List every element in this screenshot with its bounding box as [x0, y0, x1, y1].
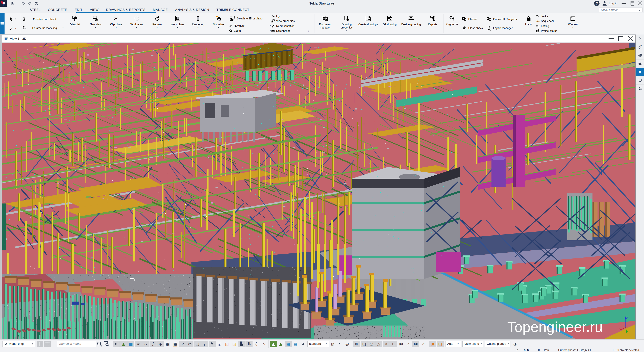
- visibility-toggle-icon[interactable]: ◑: [512, 341, 518, 347]
- snap-line-switch[interactable]: ʌ: [405, 341, 412, 347]
- select-parts-switch[interactable]: ▲: [120, 341, 127, 347]
- search-model-button[interactable]: [96, 341, 103, 347]
- select-lines-switch[interactable]: /: [150, 341, 156, 347]
- snap-free-switch[interactable]: ↗: [420, 341, 427, 347]
- model-viewport[interactable]: [2, 42, 636, 339]
- snap-profile-dropdown[interactable]: standard▼: [308, 341, 329, 347]
- view-list-button[interactable]: View list: [65, 13, 86, 34]
- view-maximize-button[interactable]: [616, 35, 626, 42]
- select-surfaces-switch[interactable]: ■: [127, 341, 134, 347]
- select-component-objects-switch[interactable]: ◱: [223, 341, 230, 347]
- trimble-connect-panel-button[interactable]: [636, 51, 644, 59]
- cloud-panel-button[interactable]: [636, 59, 644, 68]
- view-properties-button[interactable]: View properties: [271, 19, 309, 24]
- select-polylines-switch[interactable]: ∿: [260, 341, 267, 347]
- select-bolts-switch[interactable]: ╥: [201, 341, 208, 347]
- drawing-properties-button[interactable]: Drawing properties▼: [336, 13, 358, 34]
- tab-analysis-design[interactable]: ANALYSIS & DESIGN: [172, 7, 213, 13]
- navigate-button[interactable]: Navigate▼: [229, 23, 271, 28]
- snap-geometry-switch[interactable]: ▢: [360, 341, 368, 347]
- properties-panel-button[interactable]: [636, 68, 644, 76]
- ortho-switch[interactable]: ▣: [429, 341, 436, 347]
- select-grid-planes-switch[interactable]: ▦: [172, 341, 179, 347]
- snap-perpendicular-switch[interactable]: ⊾: [390, 341, 397, 347]
- rendering-button[interactable]: Rendering▼: [188, 13, 208, 34]
- render-options-icon[interactable]: ◍: [329, 341, 336, 347]
- convert-ifc-button[interactable]: Convert IFC objects: [486, 15, 521, 24]
- zoom-selected-switch[interactable]: [299, 341, 306, 347]
- components-panel-button[interactable]: [636, 85, 644, 93]
- project-status-button[interactable]: Project status: [536, 29, 564, 34]
- dim-indicator[interactable]: D: [527, 349, 529, 351]
- redraw-button[interactable]: Redraw▼: [147, 13, 167, 34]
- snap-intersection-switch[interactable]: ×: [383, 341, 390, 347]
- select-grid-lines-switch[interactable]: ▦: [164, 341, 171, 347]
- screenshot-button[interactable]: Screenshot▼: [271, 29, 309, 34]
- select-tool-button[interactable]: ▼: [4, 17, 21, 21]
- history-button[interactable]: [34, 1, 39, 5]
- model-search[interactable]: [57, 341, 96, 347]
- user-icon[interactable]: [601, 0, 608, 7]
- representation-button[interactable]: Representation: [271, 24, 309, 29]
- select-cuts-switch[interactable]: ✂: [186, 341, 194, 347]
- snap-indicator[interactable]: S: [524, 349, 526, 351]
- tab-steel[interactable]: STEEL: [26, 7, 44, 13]
- quick-launch-input[interactable]: [600, 8, 638, 12]
- snap-override-icon[interactable]: ◎: [344, 341, 351, 347]
- new-view-button[interactable]: New view▼: [86, 13, 106, 34]
- ortho-indicator[interactable]: O: [517, 349, 518, 351]
- undo-button[interactable]: [21, 1, 25, 5]
- sequencer-button[interactable]: 123…Sequencer: [536, 19, 564, 24]
- select-rebar-switch[interactable]: ⇅: [246, 341, 252, 347]
- inquire-panel-button[interactable]: ?: [636, 43, 644, 51]
- redo-button[interactable]: [28, 1, 32, 5]
- document-manager-button[interactable]: Document manager: [314, 13, 336, 34]
- select-parts-3d-switch[interactable]: ◈: [157, 341, 164, 347]
- model-search-input[interactable]: [59, 342, 94, 346]
- view-close-button[interactable]: [626, 35, 636, 42]
- snap-midpoint-switch[interactable]: △: [375, 341, 382, 347]
- visualize-button[interactable]: Visualize▼: [208, 13, 229, 34]
- tab-concrete[interactable]: CONCRETE: [44, 7, 71, 13]
- create-drawings-button[interactable]: Create drawings: [358, 13, 379, 34]
- snap-nearest-switch[interactable]: ○: [368, 341, 375, 347]
- add-origin-button[interactable]: [36, 341, 43, 347]
- view-minimize-button[interactable]: [606, 35, 616, 42]
- reports-button[interactable]: Reports: [422, 13, 443, 34]
- design-grouping-button[interactable]: Design grouping: [400, 13, 422, 34]
- auto-dropdown[interactable]: Auto▼: [445, 341, 461, 347]
- close-button[interactable]: [636, 0, 644, 7]
- select-search-button[interactable]: [103, 341, 110, 347]
- select-welds-switch[interactable]: ↗: [179, 341, 186, 347]
- locks-button[interactable]: Locks: [522, 13, 536, 34]
- quick-launch[interactable]: [599, 7, 643, 12]
- menu-button[interactable]: [0, 13, 4, 34]
- visualize-parts-switch[interactable]: ▲: [277, 341, 284, 347]
- fly-button[interactable]: Fly: [271, 14, 309, 19]
- select-all-switch[interactable]: [112, 341, 120, 347]
- snap-points-switch[interactable]: ⋈: [412, 341, 419, 347]
- select-assemblies-switch[interactable]: ◲: [231, 341, 238, 347]
- save-button[interactable]: [10, 1, 15, 5]
- select-panels-switch[interactable]: ▙: [238, 341, 245, 347]
- parametric-modeling-button[interactable]: Parametric modeling▼: [22, 24, 64, 32]
- visualize-selected-switch[interactable]: ▲: [270, 341, 277, 347]
- model-origin-dropdown[interactable]: Model origin ▼: [2, 341, 35, 347]
- view-window-titlebar[interactable]: View 1 - 3D: [2, 35, 636, 42]
- phases-button[interactable]: Phases: [462, 15, 485, 24]
- drag-and-drop-switch[interactable]: ▢: [436, 341, 444, 347]
- select-components-switch[interactable]: ◱: [216, 341, 223, 347]
- organizer-button[interactable]: Organizer: [444, 13, 461, 34]
- construction-object-button[interactable]: Construction object▼: [22, 15, 64, 23]
- smart-select-icon[interactable]: [336, 341, 343, 347]
- select-points-switch[interactable]: ∷: [142, 341, 149, 347]
- select-grids-switch[interactable]: #: [135, 341, 142, 347]
- help-icon[interactable]: ?: [593, 0, 601, 7]
- minimize-button[interactable]: [620, 0, 628, 7]
- grid-xray-alt-switch[interactable]: ▦: [292, 341, 299, 347]
- panel-collapse-button[interactable]: [636, 34, 644, 43]
- tab-trimble-connect[interactable]: TRIMBLE CONNECT: [213, 7, 253, 13]
- login-button[interactable]: Log in: [608, 1, 620, 5]
- switch-3d-plane-button[interactable]: Switch to 3D or plane: [229, 14, 271, 23]
- select-single-bolts-switch[interactable]: ⚑: [208, 341, 216, 347]
